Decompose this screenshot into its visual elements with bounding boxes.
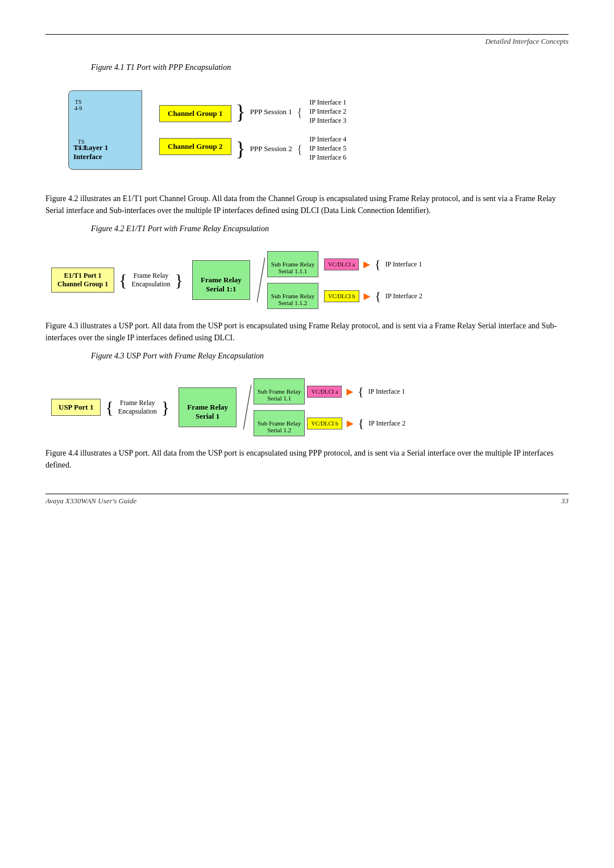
channel-groups: Channel Group 1 Channel Group 2 (159, 105, 231, 155)
e1t1-port-box: E1/T1 Port 1 Channel Group 1 (51, 268, 114, 293)
sub-frame-row-43-2: Sub Frame Relay Serial 1.2 VC/DLCI b ► {… (254, 410, 405, 436)
fig43-diagram: USP Port 1 { Frame Relay Encapsulation }… (45, 368, 569, 447)
fig43-title: Figure 4.3 USP Port with Frame Relay Enc… (91, 352, 569, 361)
right-brace-enc-43: } (161, 399, 169, 416)
sub-frame-box-43-1: Sub Frame Relay Serial 1.1 (254, 378, 305, 404)
slash-divider (257, 257, 265, 303)
frame-relay-enc-text: Frame Relay Encapsulation (132, 272, 171, 289)
frame-relay-serial1-box: Frame Relay Serial 1 (179, 387, 237, 427)
sub-frame-box-2: Sub Frame Relay Serial 1.1.2 (267, 283, 318, 309)
brace-ip-if1: { (375, 257, 381, 272)
sub-frame-box-1: Sub Frame Relay Serial 1.1.1 (267, 251, 318, 277)
svg-line-0 (257, 257, 265, 303)
frame-relay-enc-label: { (119, 272, 127, 289)
sub-frame-row-2: Sub Frame Relay Serial 1.1.2 VC/DLCI b ►… (267, 283, 422, 309)
fig42-content: E1/T1 Port 1 Channel Group 1 { Frame Rel… (51, 246, 569, 314)
page: Detailed Interface Concepts Figure 4.1 T… (0, 0, 614, 868)
vcdlci-a-box: VC/DLCI a (324, 258, 359, 270)
channel-group-1-btn: Channel Group 1 (159, 105, 231, 122)
ppp-session-1-row: } PPP Session 1 { IP Interface 1 IP Inte… (236, 98, 347, 125)
brace-ip-1: { (297, 105, 303, 119)
body-text-1: Figure 4.2 illustrates an E1/T1 port Cha… (45, 193, 569, 216)
ppp-session-2-label: PPP Session 2 (250, 144, 292, 153)
fig41-content: TS4-9 TS15-20 T1 Layer 1 Interface Chann… (68, 85, 569, 176)
t1-layer-box: TS4-9 TS15-20 T1 Layer 1 Interface (68, 90, 142, 170)
sub-frames-43: Sub Frame Relay Serial 1.1 VC/DLCI a ► {… (254, 378, 405, 436)
arrow-right-43-1: ► (344, 385, 355, 398)
vcdlci-a-box-43: VC/DLCI a (307, 386, 342, 398)
fig42-title: Figure 4.2 E1/T1 Port with Frame Relay E… (91, 224, 569, 233)
arrow-right-1: ► (361, 258, 372, 271)
fig41-title: Figure 4.1 T1 Port with PPP Encapsulatio… (91, 63, 569, 72)
ip-list-2: IP Interface 4 IP Interface 5 IP Interfa… (309, 135, 346, 162)
brace-ip-2: { (297, 141, 303, 156)
ip-list-1: IP Interface 1 IP Interface 2 IP Interfa… (309, 98, 346, 125)
arrow-right-2: ► (362, 290, 373, 303)
footer-right: 33 (561, 496, 569, 506)
channel-group-2-btn: Channel Group 2 (159, 138, 231, 155)
ts-bottom-label: TS15-20 (74, 139, 88, 151)
body-text-3: Figure 4.4 illustrates a USP port. All d… (45, 447, 569, 471)
brace-ip-if2-43: { (358, 416, 364, 431)
ip-if-2-label: IP Interface 2 (385, 292, 422, 301)
right-brace-enc: } (175, 272, 183, 289)
frame-relay-serial-box: Frame Relay Serial 1:1 (192, 260, 250, 300)
ppp-session-1-label: PPP Session 1 (250, 107, 292, 116)
sub-frame-row-43-1: Sub Frame Relay Serial 1.1 VC/DLCI a ► {… (254, 378, 405, 404)
ip-if-1-label: IP Interface 1 (385, 260, 422, 269)
footer: Avaya X330WAN User's Guide 33 (45, 496, 569, 506)
sub-frame-row-1: Sub Frame Relay Serial 1.1.1 VC/DLCI a ►… (267, 251, 422, 277)
slash-divider-43 (243, 385, 251, 430)
header-title: Detailed Interface Concepts (45, 37, 569, 46)
footer-divider (45, 494, 569, 494)
fig41-diagram: TS4-9 TS15-20 T1 Layer 1 Interface Chann… (45, 79, 569, 193)
sub-frames-42: Sub Frame Relay Serial 1.1.1 VC/DLCI a ►… (267, 251, 422, 309)
brace-1: } (236, 102, 246, 122)
arrow-right-43-2: ► (345, 417, 356, 430)
header-divider (45, 34, 569, 35)
footer-left: Avaya X330WAN User's Guide (45, 496, 136, 506)
brace-2: } (236, 139, 246, 159)
body-text-2: Figure 4.3 illustrates a USP port. All d… (45, 320, 569, 344)
usp-port-box: USP Port 1 (51, 399, 101, 416)
frame-relay-enc-label-43: { (105, 399, 113, 416)
ppp-brace-area: } PPP Session 1 { IP Interface 1 IP Inte… (236, 96, 347, 164)
brace-ip-if2: { (375, 289, 381, 303)
vcdlci-b-box-43: VC/DLCI b (307, 418, 342, 429)
vcdlci-b-box: VC/DLCI b (324, 290, 359, 302)
svg-line-1 (243, 385, 251, 430)
ts-top-label: TS4-9 (74, 99, 82, 111)
fig42-diagram: E1/T1 Port 1 Channel Group 1 { Frame Rel… (45, 240, 569, 320)
brace-ip-if1-43: { (358, 384, 364, 399)
fig43-content: USP Port 1 { Frame Relay Encapsulation }… (51, 373, 569, 441)
ip-if-1-label-43: IP Interface 1 (368, 387, 405, 396)
ip-if-2-label-43: IP Interface 2 (368, 419, 405, 428)
frame-relay-enc-text-43: Frame Relay Encapsulation (118, 399, 157, 416)
sub-frame-box-43-2: Sub Frame Relay Serial 1.2 (254, 410, 305, 436)
ppp-session-2-row: } PPP Session 2 { IP Interface 4 IP Inte… (236, 135, 347, 162)
